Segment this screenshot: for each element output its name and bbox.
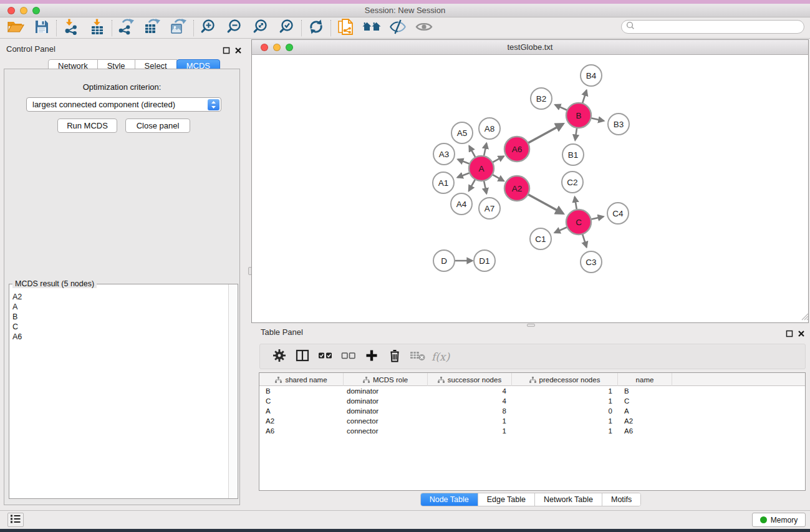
table-row[interactable]: A2connector11A2 [259,416,805,426]
horizontal-splitter-handle[interactable] [527,324,535,327]
table-panel-close-icon[interactable] [798,329,805,336]
deselect-all-button[interactable] [337,347,360,366]
column-header-successor-nodes[interactable]: successor nodes [428,373,512,386]
table-cell[interactable]: A2 [259,416,344,426]
table-cell[interactable]: B [618,386,672,396]
zoom-fit-button[interactable] [248,19,274,37]
criterion-dropdown[interactable]: largest connected component (directed) [26,97,221,112]
table-panel-float-icon[interactable] [786,329,793,336]
memory-label: Memory [771,516,798,525]
table-settings-button[interactable] [268,347,291,366]
table-cell[interactable]: C [618,396,672,406]
network-window-titlebar[interactable]: testGlobe.txt [251,39,809,55]
table-row[interactable]: Bdominator41B [259,386,805,396]
open-network-file-icon [337,19,354,37]
refresh-button[interactable] [303,19,329,37]
table-row[interactable]: Cdominator41C [259,396,805,406]
node-label-A4: A4 [456,200,467,209]
column-header-predecessor-nodes[interactable]: predecessor nodes [512,373,618,386]
table-cell[interactable]: A6 [618,426,672,436]
control-panel-float-icon[interactable] [223,46,230,53]
table-cell[interactable]: 1 [512,396,618,406]
table-cell[interactable]: 4 [428,386,512,396]
close-window-button[interactable] [7,7,15,14]
column-chooser-button[interactable] [291,347,314,366]
tab-motifs[interactable]: Motifs [602,493,640,506]
zoom-window-button[interactable] [32,7,40,14]
table-cell[interactable]: 1 [512,416,618,426]
mcds-result-item[interactable]: A6 [12,332,218,342]
table-cell[interactable]: 1 [428,426,512,436]
run-mcds-button[interactable]: Run MCDS [57,118,117,133]
network-close-button[interactable] [261,44,268,51]
criterion-value: largest connected component (directed) [32,100,175,109]
mcds-result-item[interactable]: C [12,322,218,332]
show-graphics-details-button[interactable] [411,19,437,37]
export-network-button[interactable] [113,19,140,37]
close-panel-button[interactable]: Close panel [125,118,190,133]
zoom-in-button[interactable] [195,19,221,37]
window-title: Session: New Session [0,4,810,17]
search-input[interactable] [637,22,793,31]
select-all-button[interactable] [314,347,337,366]
export-image-button[interactable] [166,19,192,37]
network-graph-canvas[interactable]: B4B2BB3A5A8A6A3B1AA1C2A2A4A7C4CC1DD1C3 [252,56,808,322]
table-cell[interactable]: 4 [428,396,512,406]
table-cell[interactable]: A6 [259,426,344,436]
memory-button[interactable]: Memory [752,513,806,527]
node-label-A: A [478,164,484,173]
table-row[interactable]: Adominator80A [259,406,805,416]
tab-node-table[interactable]: Node Table [421,493,478,506]
home-button[interactable] [359,19,385,37]
hide-graphics-details-button[interactable] [385,19,411,37]
import-network-button[interactable] [58,19,84,37]
tab-edge-table[interactable]: Edge Table [478,493,535,506]
zoom-selected-button[interactable] [274,19,300,37]
table-settings-icon [272,349,286,365]
minimize-window-button[interactable] [20,7,27,14]
function-builder-icon: f(x) [432,351,450,363]
open-network-file-button[interactable] [332,19,359,37]
export-table-button[interactable] [140,19,166,37]
import-network-icon [63,19,79,37]
table-cell[interactable]: connector [344,416,428,426]
tab-network-table[interactable]: Network Table [535,493,602,506]
network-zoom-button[interactable] [286,44,293,51]
mcds-result-item[interactable]: A [12,302,218,312]
task-history-button[interactable] [7,513,24,527]
column-header-MCDS-role[interactable]: MCDS role [344,373,428,386]
table-cell[interactable]: C [259,396,344,406]
table-cell[interactable]: B [259,386,344,396]
table-row[interactable]: A6connector11A6 [259,426,805,436]
zoom-out-button[interactable] [221,19,248,37]
table-cell[interactable]: 8 [428,406,512,416]
window-resize-grip[interactable] [799,311,809,321]
mcds-result-item[interactable]: B [12,312,218,322]
node-table[interactable]: shared nameMCDS rolesuccessor nodesprede… [259,372,806,491]
table-cell[interactable]: 1 [428,416,512,426]
node-label-B2: B2 [536,94,547,104]
table-cell[interactable]: dominator [344,386,428,396]
delete-column-button[interactable] [383,347,406,366]
import-table-button[interactable] [84,19,110,37]
table-cell[interactable]: dominator [344,406,428,416]
mcds-result-scrollbar[interactable] [228,284,236,498]
table-cell[interactable]: 1 [512,426,618,436]
table-cell[interactable]: 0 [512,406,618,416]
control-panel-close-icon[interactable] [234,46,242,53]
status-bar [0,510,810,529]
column-header-name[interactable]: name [618,373,672,386]
mcds-result-item[interactable]: A2 [12,292,218,302]
table-cell[interactable]: dominator [344,396,428,406]
open-file-button[interactable] [2,19,29,37]
table-cell[interactable]: connector [344,426,428,436]
add-column-button[interactable] [360,347,383,366]
table-cell[interactable]: A2 [618,416,672,426]
save-session-button[interactable] [29,19,55,37]
table-cell[interactable]: A [618,406,672,416]
network-minimize-button[interactable] [273,44,281,51]
search-field[interactable] [621,20,804,34]
table-cell[interactable]: A [259,406,344,416]
table-cell[interactable]: 1 [512,386,618,396]
column-header-shared-name[interactable]: shared name [259,373,344,386]
